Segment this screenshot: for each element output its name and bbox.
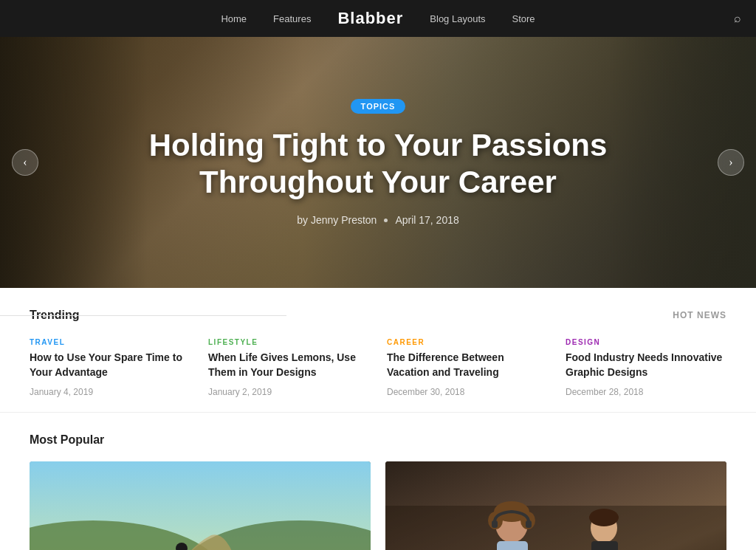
- site-logo[interactable]: Blabber: [337, 9, 403, 28]
- nav-link-blog-layouts[interactable]: Blog Layouts: [430, 13, 485, 24]
- trending-item-2[interactable]: CAREER The Difference Between Vacation a…: [387, 338, 548, 397]
- popular-title: Most Popular: [30, 433, 726, 447]
- popular-section: Most Popular: [0, 413, 756, 550]
- popular-card-1[interactable]: [385, 461, 726, 550]
- nav-link-features[interactable]: Features: [273, 13, 311, 24]
- trending-section: Trending HOT NEWS TRAVEL How to Use Your…: [0, 288, 756, 413]
- svg-rect-14: [385, 506, 726, 550]
- svg-rect-27: [591, 541, 618, 550]
- trending-category-2: CAREER: [387, 338, 548, 346]
- svg-rect-24: [497, 541, 528, 550]
- search-icon[interactable]: ⌕: [734, 12, 741, 25]
- trending-item-1[interactable]: LIFESTYLE When Life Gives Lemons, Use Th…: [208, 338, 369, 397]
- hero-content: TOPICS Holding Tight to Your Passions Th…: [0, 99, 756, 227]
- hero-badge[interactable]: TOPICS: [351, 99, 406, 114]
- popular-card-image-1: [385, 461, 726, 550]
- trending-category-0: TRAVEL: [30, 338, 190, 346]
- navigation: Home Features Blabber Blog Layouts Store…: [0, 0, 756, 37]
- trending-category-3: DESIGN: [566, 338, 726, 346]
- trending-item-title-2: The Difference Between Vacation and Trav…: [387, 351, 548, 379]
- svg-rect-23: [526, 520, 532, 528]
- chevron-left-icon: ‹: [23, 156, 27, 169]
- trending-item-0[interactable]: TRAVEL How to Use Your Spare Time to You…: [30, 338, 190, 397]
- chevron-right-icon: ›: [729, 156, 732, 169]
- trending-item-title-0: How to Use Your Spare Time to Your Advan…: [30, 351, 190, 379]
- hero-next-button[interactable]: ›: [718, 149, 744, 176]
- trending-date-3: December 28, 2018: [566, 387, 726, 397]
- trending-category-1: LIFESTYLE: [208, 338, 369, 346]
- hero-author: by Jenny Preston: [297, 214, 377, 226]
- trending-title: Trending: [30, 309, 94, 322]
- svg-point-26: [589, 509, 619, 526]
- meta-separator: [384, 219, 388, 222]
- trending-date-2: December 30, 2018: [387, 387, 548, 397]
- hero-prev-button[interactable]: ‹: [12, 149, 38, 176]
- trending-header: Trending HOT NEWS: [30, 309, 726, 322]
- trending-item-3[interactable]: DESIGN Food Industry Needs Innovative Gr…: [566, 338, 726, 397]
- trending-item-title-3: Food Industry Needs Innovative Graphic D…: [566, 351, 726, 379]
- trending-item-title-1: When Life Gives Lemons, Use Them in Your…: [208, 351, 369, 379]
- hero-meta: by Jenny Preston April 17, 2018: [89, 214, 667, 226]
- hero-date: April 17, 2018: [395, 214, 458, 226]
- trending-date-0: January 4, 2019: [30, 387, 190, 397]
- popular-grid: [30, 461, 726, 550]
- hot-news-label: HOT NEWS: [673, 310, 726, 320]
- svg-rect-22: [492, 520, 498, 528]
- popular-card-image-0: [30, 461, 371, 550]
- nav-link-store[interactable]: Store: [512, 13, 535, 24]
- nav-link-home[interactable]: Home: [221, 13, 247, 24]
- hero-section: ‹ TOPICS Holding Tight to Your Passions …: [0, 37, 756, 288]
- popular-card-0[interactable]: [30, 461, 371, 550]
- trending-date-1: January 2, 2019: [208, 387, 369, 397]
- hero-title: Holding Tight to Your Passions Throughou…: [89, 127, 667, 202]
- trending-grid: TRAVEL How to Use Your Spare Time to You…: [30, 338, 726, 397]
